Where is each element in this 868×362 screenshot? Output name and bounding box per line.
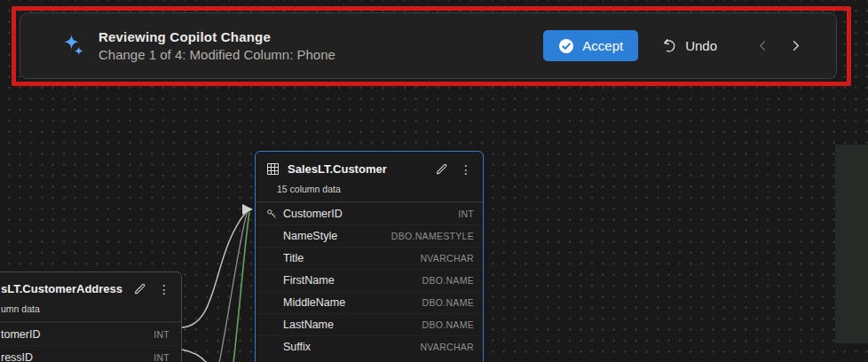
address-column-count: umn data	[0, 297, 181, 321]
customer-card-header: SalesLT.Customer ⋮	[256, 152, 483, 177]
column-row-middlename[interactable]: MiddleName DBO.NAME	[256, 291, 483, 313]
next-change-button[interactable]	[785, 35, 806, 56]
undo-button-label: Undo	[685, 38, 717, 53]
customer-table-title: SalesLT.Customer	[288, 162, 425, 176]
address-edit-button[interactable]	[131, 280, 148, 297]
column-row-customerid[interactable]: CustomerID INT	[256, 202, 483, 224]
banner-text-block: Reviewing Copilot Change Change 1 of 4: …	[99, 29, 543, 62]
column-row-suffix[interactable]: Suffix NVARCHAR	[256, 335, 483, 358]
pencil-icon	[133, 282, 146, 295]
column-name: LastName	[283, 319, 334, 331]
check-circle-icon	[558, 38, 574, 54]
column-type: NVARCHAR	[420, 253, 474, 264]
address-table-title: sLT.CustomerAddress	[1, 282, 123, 295]
address-more-button[interactable]: ⋮	[156, 281, 172, 297]
column-name: NameStyle	[283, 230, 337, 242]
banner-actions: Accept Undo	[543, 30, 806, 61]
table-card-saleslt-customer[interactable]: SalesLT.Customer ⋮ 15 column data Custom…	[255, 151, 484, 362]
column-row-addressid[interactable]: ressID INT	[0, 345, 181, 362]
column-row-namestyle[interactable]: NameStyle DBO.NAMESTYLE	[256, 224, 483, 247]
pencil-icon	[435, 162, 448, 176]
column-name: Title	[283, 252, 304, 264]
copilot-sparkle-icon	[63, 34, 86, 59]
column-row-customerid-fk[interactable]: tomerID INT	[0, 322, 181, 345]
column-type: DBO.NAME	[422, 319, 474, 330]
customer-more-button[interactable]: ⋮	[458, 161, 474, 177]
accept-button-label: Accept	[582, 38, 623, 53]
banner-subtitle: Change 1 of 4: Modified Column: Phone	[99, 47, 543, 62]
table-grid-icon	[266, 162, 280, 176]
column-name: FirstName	[283, 274, 335, 287]
column-type: INT	[458, 209, 474, 219]
banner-title: Reviewing Copilot Change	[99, 29, 543, 44]
undo-icon	[661, 37, 678, 54]
column-type: INT	[154, 329, 170, 340]
canvas-edge-element	[835, 145, 868, 343]
copilot-review-banner: Reviewing Copilot Change Change 1 of 4: …	[20, 12, 837, 79]
column-row-title[interactable]: Title NVARCHAR	[256, 247, 483, 269]
undo-button[interactable]: Undo	[652, 30, 726, 61]
previous-change-button[interactable]	[753, 35, 773, 56]
address-card-header: sLT.CustomerAddress ⋮	[0, 272, 181, 297]
column-name: tomerID	[1, 328, 40, 341]
ellipsis-icon: ⋮	[460, 163, 472, 176]
column-type: DBO.NAMESTYLE	[391, 231, 474, 241]
relationship-arrowhead	[242, 204, 253, 215]
column-type: INT	[154, 352, 170, 362]
ellipsis-icon: ⋮	[158, 283, 170, 295]
column-name: CustomerID	[283, 208, 343, 220]
column-name: Suffix	[283, 341, 311, 353]
customer-edit-button[interactable]	[433, 161, 450, 177]
column-type: DBO.NAME	[422, 297, 474, 308]
column-type: NVARCHAR	[420, 342, 474, 352]
column-row-firstname[interactable]: FirstName DBO.NAME	[256, 269, 483, 291]
customer-column-count: 15 column data	[277, 177, 483, 201]
chevron-left-icon	[756, 39, 769, 52]
table-card-saleslt-customeraddress[interactable]: sLT.CustomerAddress ⋮ umn data tomerID I…	[0, 272, 182, 362]
chevron-right-icon	[789, 39, 802, 52]
column-name: ressID	[1, 351, 33, 362]
column-row-lastname[interactable]: LastName DBO.NAME	[256, 313, 483, 335]
accept-button[interactable]: Accept	[543, 30, 638, 61]
primary-key-icon	[266, 209, 283, 220]
column-type: DBO.NAME	[422, 275, 474, 286]
column-name: MiddleName	[283, 296, 345, 309]
